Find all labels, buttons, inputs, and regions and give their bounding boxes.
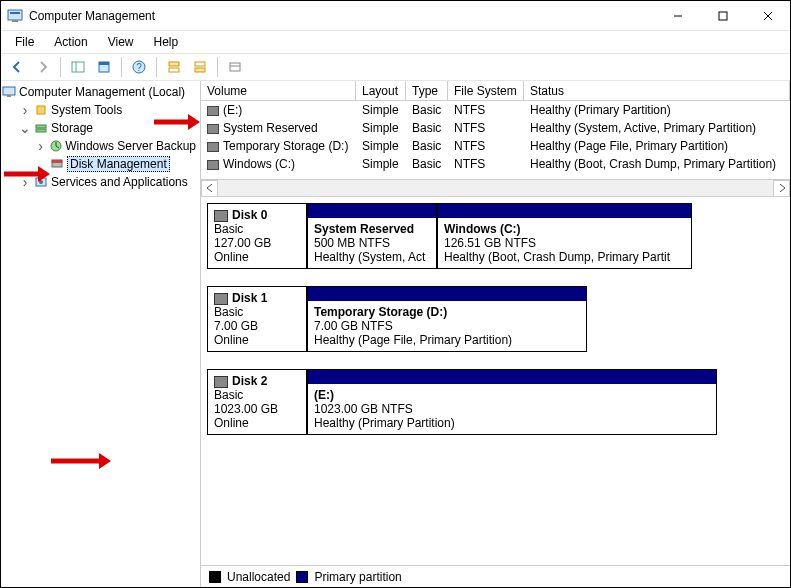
- forward-button[interactable]: [31, 56, 55, 78]
- col-status[interactable]: Status: [524, 81, 790, 100]
- svg-rect-16: [195, 68, 205, 72]
- app-icon: [7, 8, 23, 24]
- window-title: Computer Management: [29, 9, 155, 23]
- partition[interactable]: Windows (C:)126.51 GB NTFSHealthy (Boot,…: [437, 203, 692, 269]
- menu-action[interactable]: Action: [46, 33, 95, 51]
- svg-rect-15: [195, 62, 205, 66]
- scroll-left-button[interactable]: [201, 180, 218, 197]
- tree-system-tools[interactable]: › System Tools: [1, 101, 200, 119]
- svg-rect-21: [37, 106, 45, 114]
- backup-icon: [48, 138, 63, 154]
- menu-bar: File Action View Help: [1, 31, 790, 53]
- disk-management-icon: [49, 156, 65, 172]
- svg-rect-26: [52, 160, 62, 162]
- properties-button[interactable]: [92, 56, 116, 78]
- menu-help[interactable]: Help: [146, 33, 187, 51]
- swatch-primary: [296, 571, 308, 583]
- storage-icon: [33, 120, 49, 136]
- toolbar: ?: [1, 53, 790, 81]
- maximize-button[interactable]: [700, 1, 745, 31]
- col-type[interactable]: Type: [406, 81, 448, 100]
- col-volume[interactable]: Volume: [201, 81, 356, 100]
- view-bottom-button[interactable]: [188, 56, 212, 78]
- tree-storage[interactable]: ⌄ Storage: [1, 119, 200, 137]
- volume-icon: [207, 124, 219, 134]
- help-button[interactable]: ?: [127, 56, 151, 78]
- partition-bar: [438, 204, 691, 218]
- horizontal-scrollbar[interactable]: [201, 179, 790, 196]
- services-icon: [33, 174, 49, 190]
- tools-icon: [33, 102, 49, 118]
- col-layout[interactable]: Layout: [356, 81, 406, 100]
- tree-root[interactable]: Computer Management (Local): [1, 83, 200, 101]
- partition[interactable]: System Reserved500 MB NTFSHealthy (Syste…: [307, 203, 437, 269]
- disk-partitions: (E:)1023.00 GB NTFSHealthy (Primary Part…: [307, 369, 784, 435]
- volume-icon: [207, 160, 219, 170]
- settings-button[interactable]: [223, 56, 247, 78]
- disk-info[interactable]: Disk 1Basic7.00 GBOnline: [207, 286, 307, 352]
- disk-block: Disk 0Basic127.00 GBOnlineSystem Reserve…: [201, 197, 790, 280]
- menu-view[interactable]: View: [100, 33, 142, 51]
- app-window: Computer Management File Action View Hel…: [0, 0, 791, 588]
- legend-primary: Primary partition: [314, 570, 401, 584]
- title-bar: Computer Management: [1, 1, 790, 31]
- svg-rect-2: [12, 20, 18, 22]
- collapse-icon[interactable]: ⌄: [17, 121, 33, 135]
- tree-services-applications[interactable]: › Services and Applications: [1, 173, 200, 191]
- svg-text:?: ?: [136, 62, 142, 73]
- partition-bar: [308, 370, 716, 384]
- partition[interactable]: Temporary Storage (D:)7.00 GB NTFSHealth…: [307, 286, 587, 352]
- scroll-track[interactable]: [218, 180, 773, 197]
- volume-list: (E:)SimpleBasicNTFSHealthy (Primary Part…: [201, 101, 790, 173]
- svg-rect-10: [99, 62, 109, 65]
- scroll-right-button[interactable]: [773, 180, 790, 197]
- tree-windows-server-backup[interactable]: › Windows Server Backup: [1, 137, 200, 155]
- tree-disk-management[interactable]: Disk Management: [1, 155, 200, 173]
- svg-rect-25: [52, 162, 62, 167]
- volume-icon: [207, 142, 219, 152]
- col-filesystem[interactable]: File System: [448, 81, 524, 100]
- svg-point-28: [39, 180, 43, 184]
- expand-icon[interactable]: ›: [33, 139, 48, 153]
- expand-icon[interactable]: ›: [17, 103, 33, 117]
- disk-graphical-view: Disk 0Basic127.00 GBOnlineSystem Reserve…: [201, 196, 790, 565]
- menu-file[interactable]: File: [7, 33, 42, 51]
- back-button[interactable]: [5, 56, 29, 78]
- show-hide-tree-button[interactable]: [66, 56, 90, 78]
- svg-rect-20: [7, 95, 11, 97]
- svg-rect-4: [719, 12, 727, 20]
- legend: Unallocated Primary partition: [201, 565, 790, 587]
- svg-rect-0: [8, 10, 22, 20]
- disk-block: Disk 1Basic7.00 GBOnlineTemporary Storag…: [201, 280, 790, 363]
- svg-rect-1: [10, 12, 20, 14]
- svg-rect-19: [3, 87, 15, 95]
- disk-icon: [214, 293, 228, 305]
- partition[interactable]: (E:)1023.00 GB NTFSHealthy (Primary Part…: [307, 369, 717, 435]
- partition-bar: [308, 287, 586, 301]
- volume-list-header: Volume Layout Type File System Status: [201, 81, 790, 101]
- svg-rect-22: [36, 125, 46, 128]
- disk-info[interactable]: Disk 0Basic127.00 GBOnline: [207, 203, 307, 269]
- close-button[interactable]: [745, 1, 790, 31]
- minimize-button[interactable]: [655, 1, 700, 31]
- svg-rect-7: [72, 62, 84, 72]
- disk-info[interactable]: Disk 2Basic1023.00 GBOnline: [207, 369, 307, 435]
- disk-partitions: System Reserved500 MB NTFSHealthy (Syste…: [307, 203, 784, 269]
- computer-icon: [1, 84, 17, 100]
- view-top-button[interactable]: [162, 56, 186, 78]
- legend-unallocated: Unallocated: [227, 570, 290, 584]
- volume-row[interactable]: (E:)SimpleBasicNTFSHealthy (Primary Part…: [201, 101, 790, 119]
- main-area: Computer Management (Local) › System Too…: [1, 81, 790, 587]
- svg-rect-23: [36, 129, 46, 132]
- disk-icon: [214, 376, 228, 388]
- swatch-unallocated: [209, 571, 221, 583]
- disk-partitions: Temporary Storage (D:)7.00 GB NTFSHealth…: [307, 286, 784, 352]
- volume-row[interactable]: Windows (C:)SimpleBasicNTFSHealthy (Boot…: [201, 155, 790, 173]
- disk-icon: [214, 210, 228, 222]
- svg-rect-14: [169, 68, 179, 72]
- expand-icon[interactable]: ›: [17, 175, 33, 189]
- volume-row[interactable]: System ReservedSimpleBasicNTFSHealthy (S…: [201, 119, 790, 137]
- volume-row[interactable]: Temporary Storage (D:)SimpleBasicNTFSHea…: [201, 137, 790, 155]
- content-pane: Volume Layout Type File System Status (E…: [201, 81, 790, 587]
- disk-block: Disk 2Basic1023.00 GBOnline (E:)1023.00 …: [201, 363, 790, 446]
